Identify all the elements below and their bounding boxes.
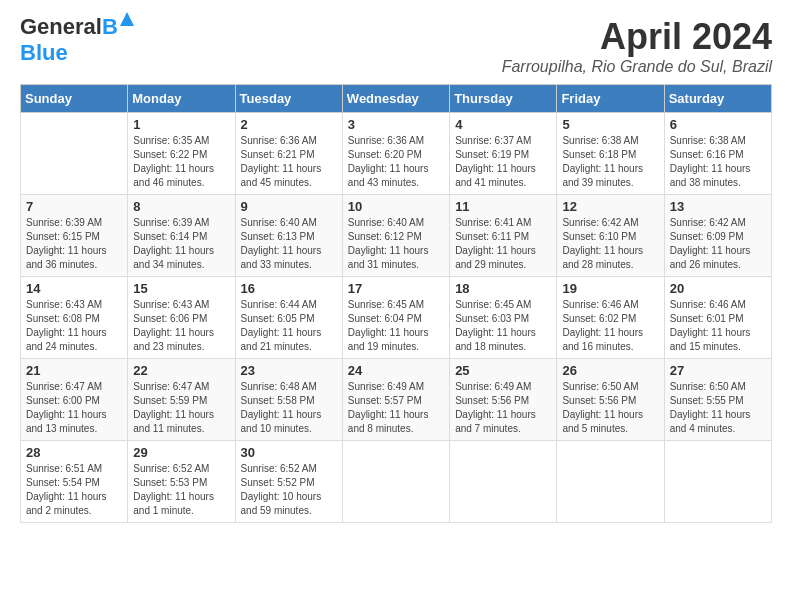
day-info: Sunrise: 6:45 AM Sunset: 6:03 PM Dayligh… (455, 298, 551, 354)
calendar-cell: 12Sunrise: 6:42 AM Sunset: 6:10 PM Dayli… (557, 195, 664, 277)
calendar-cell: 16Sunrise: 6:44 AM Sunset: 6:05 PM Dayli… (235, 277, 342, 359)
day-info: Sunrise: 6:38 AM Sunset: 6:16 PM Dayligh… (670, 134, 766, 190)
calendar-cell: 7Sunrise: 6:39 AM Sunset: 6:15 PM Daylig… (21, 195, 128, 277)
header-saturday: Saturday (664, 85, 771, 113)
day-info: Sunrise: 6:52 AM Sunset: 5:52 PM Dayligh… (241, 462, 337, 518)
calendar-cell: 20Sunrise: 6:46 AM Sunset: 6:01 PM Dayli… (664, 277, 771, 359)
day-number: 3 (348, 117, 444, 132)
day-info: Sunrise: 6:38 AM Sunset: 6:18 PM Dayligh… (562, 134, 658, 190)
day-info: Sunrise: 6:41 AM Sunset: 6:11 PM Dayligh… (455, 216, 551, 272)
day-number: 8 (133, 199, 229, 214)
title-area: April 2024 Farroupilha, Rio Grande do Su… (502, 16, 772, 76)
logo: GeneralB Blue (20, 16, 118, 66)
calendar-week-5: 28Sunrise: 6:51 AM Sunset: 5:54 PM Dayli… (21, 441, 772, 523)
calendar-cell: 1Sunrise: 6:35 AM Sunset: 6:22 PM Daylig… (128, 113, 235, 195)
day-number: 2 (241, 117, 337, 132)
day-number: 1 (133, 117, 229, 132)
calendar-cell: 3Sunrise: 6:36 AM Sunset: 6:20 PM Daylig… (342, 113, 449, 195)
calendar-cell: 14Sunrise: 6:43 AM Sunset: 6:08 PM Dayli… (21, 277, 128, 359)
calendar-cell: 29Sunrise: 6:52 AM Sunset: 5:53 PM Dayli… (128, 441, 235, 523)
day-number: 7 (26, 199, 122, 214)
day-info: Sunrise: 6:40 AM Sunset: 6:12 PM Dayligh… (348, 216, 444, 272)
day-number: 15 (133, 281, 229, 296)
day-info: Sunrise: 6:43 AM Sunset: 6:08 PM Dayligh… (26, 298, 122, 354)
location: Farroupilha, Rio Grande do Sul, Brazil (502, 58, 772, 76)
day-info: Sunrise: 6:48 AM Sunset: 5:58 PM Dayligh… (241, 380, 337, 436)
day-number: 24 (348, 363, 444, 378)
calendar-cell: 26Sunrise: 6:50 AM Sunset: 5:56 PM Dayli… (557, 359, 664, 441)
day-info: Sunrise: 6:49 AM Sunset: 5:56 PM Dayligh… (455, 380, 551, 436)
svg-marker-0 (120, 12, 134, 26)
day-number: 22 (133, 363, 229, 378)
day-number: 6 (670, 117, 766, 132)
calendar-cell: 27Sunrise: 6:50 AM Sunset: 5:55 PM Dayli… (664, 359, 771, 441)
calendar-cell: 22Sunrise: 6:47 AM Sunset: 5:59 PM Dayli… (128, 359, 235, 441)
month-title: April 2024 (502, 16, 772, 58)
calendar-cell: 15Sunrise: 6:43 AM Sunset: 6:06 PM Dayli… (128, 277, 235, 359)
calendar-week-3: 14Sunrise: 6:43 AM Sunset: 6:08 PM Dayli… (21, 277, 772, 359)
day-info: Sunrise: 6:45 AM Sunset: 6:04 PM Dayligh… (348, 298, 444, 354)
calendar-cell: 6Sunrise: 6:38 AM Sunset: 6:16 PM Daylig… (664, 113, 771, 195)
calendar-cell (557, 441, 664, 523)
day-info: Sunrise: 6:50 AM Sunset: 5:56 PM Dayligh… (562, 380, 658, 436)
calendar-cell: 2Sunrise: 6:36 AM Sunset: 6:21 PM Daylig… (235, 113, 342, 195)
header-friday: Friday (557, 85, 664, 113)
calendar-header-row: SundayMondayTuesdayWednesdayThursdayFrid… (21, 85, 772, 113)
day-info: Sunrise: 6:43 AM Sunset: 6:06 PM Dayligh… (133, 298, 229, 354)
calendar-cell: 23Sunrise: 6:48 AM Sunset: 5:58 PM Dayli… (235, 359, 342, 441)
header-sunday: Sunday (21, 85, 128, 113)
calendar-week-1: 1Sunrise: 6:35 AM Sunset: 6:22 PM Daylig… (21, 113, 772, 195)
day-info: Sunrise: 6:42 AM Sunset: 6:09 PM Dayligh… (670, 216, 766, 272)
calendar-cell: 19Sunrise: 6:46 AM Sunset: 6:02 PM Dayli… (557, 277, 664, 359)
calendar-cell: 21Sunrise: 6:47 AM Sunset: 6:00 PM Dayli… (21, 359, 128, 441)
day-number: 10 (348, 199, 444, 214)
day-number: 19 (562, 281, 658, 296)
calendar-cell: 25Sunrise: 6:49 AM Sunset: 5:56 PM Dayli… (450, 359, 557, 441)
calendar-cell (21, 113, 128, 195)
header: GeneralB Blue April 2024 Farroupilha, Ri… (20, 16, 772, 76)
day-number: 11 (455, 199, 551, 214)
calendar-cell: 10Sunrise: 6:40 AM Sunset: 6:12 PM Dayli… (342, 195, 449, 277)
header-thursday: Thursday (450, 85, 557, 113)
day-number: 21 (26, 363, 122, 378)
calendar-cell (342, 441, 449, 523)
day-number: 25 (455, 363, 551, 378)
calendar-cell: 17Sunrise: 6:45 AM Sunset: 6:04 PM Dayli… (342, 277, 449, 359)
calendar-cell (450, 441, 557, 523)
day-info: Sunrise: 6:42 AM Sunset: 6:10 PM Dayligh… (562, 216, 658, 272)
calendar-cell: 11Sunrise: 6:41 AM Sunset: 6:11 PM Dayli… (450, 195, 557, 277)
day-info: Sunrise: 6:39 AM Sunset: 6:14 PM Dayligh… (133, 216, 229, 272)
day-number: 5 (562, 117, 658, 132)
day-info: Sunrise: 6:36 AM Sunset: 6:21 PM Dayligh… (241, 134, 337, 190)
calendar-cell: 30Sunrise: 6:52 AM Sunset: 5:52 PM Dayli… (235, 441, 342, 523)
day-number: 18 (455, 281, 551, 296)
calendar-cell: 18Sunrise: 6:45 AM Sunset: 6:03 PM Dayli… (450, 277, 557, 359)
day-info: Sunrise: 6:46 AM Sunset: 6:02 PM Dayligh… (562, 298, 658, 354)
day-number: 28 (26, 445, 122, 460)
day-info: Sunrise: 6:36 AM Sunset: 6:20 PM Dayligh… (348, 134, 444, 190)
day-number: 14 (26, 281, 122, 296)
day-info: Sunrise: 6:35 AM Sunset: 6:22 PM Dayligh… (133, 134, 229, 190)
calendar-cell: 24Sunrise: 6:49 AM Sunset: 5:57 PM Dayli… (342, 359, 449, 441)
day-info: Sunrise: 6:44 AM Sunset: 6:05 PM Dayligh… (241, 298, 337, 354)
day-number: 12 (562, 199, 658, 214)
calendar-cell: 13Sunrise: 6:42 AM Sunset: 6:09 PM Dayli… (664, 195, 771, 277)
day-info: Sunrise: 6:47 AM Sunset: 5:59 PM Dayligh… (133, 380, 229, 436)
day-number: 30 (241, 445, 337, 460)
day-info: Sunrise: 6:47 AM Sunset: 6:00 PM Dayligh… (26, 380, 122, 436)
calendar-table: SundayMondayTuesdayWednesdayThursdayFrid… (20, 84, 772, 523)
calendar-cell: 8Sunrise: 6:39 AM Sunset: 6:14 PM Daylig… (128, 195, 235, 277)
day-number: 29 (133, 445, 229, 460)
logo-triangle-icon (120, 12, 134, 26)
calendar-cell: 9Sunrise: 6:40 AM Sunset: 6:13 PM Daylig… (235, 195, 342, 277)
day-number: 23 (241, 363, 337, 378)
day-number: 16 (241, 281, 337, 296)
header-wednesday: Wednesday (342, 85, 449, 113)
day-info: Sunrise: 6:51 AM Sunset: 5:54 PM Dayligh… (26, 462, 122, 518)
day-number: 4 (455, 117, 551, 132)
day-number: 9 (241, 199, 337, 214)
calendar-cell: 4Sunrise: 6:37 AM Sunset: 6:19 PM Daylig… (450, 113, 557, 195)
day-number: 26 (562, 363, 658, 378)
calendar-week-2: 7Sunrise: 6:39 AM Sunset: 6:15 PM Daylig… (21, 195, 772, 277)
day-info: Sunrise: 6:39 AM Sunset: 6:15 PM Dayligh… (26, 216, 122, 272)
